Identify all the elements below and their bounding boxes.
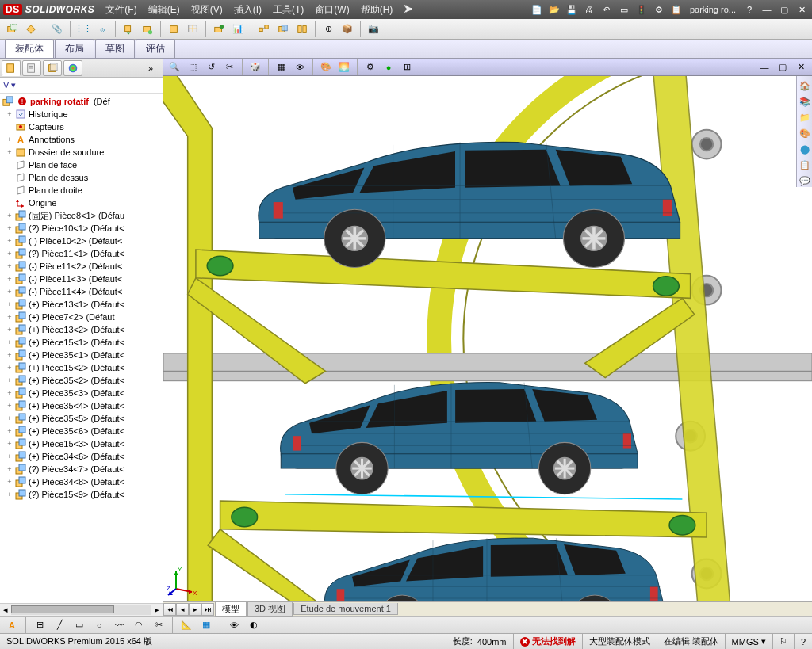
exploded-view-icon[interactable] [255, 21, 273, 38]
status-flag-icon[interactable]: ⚐ [773, 634, 795, 649]
interference-icon[interactable] [274, 21, 292, 38]
rebuild-icon[interactable]: 🚦 [634, 2, 649, 17]
design-lib-icon[interactable]: 📚 [799, 95, 811, 108]
mate-icon[interactable] [22, 21, 40, 38]
save-icon[interactable]: 💾 [565, 2, 579, 17]
help-icon[interactable]: ? [742, 2, 756, 17]
clip-icon[interactable]: 📎 [48, 21, 66, 38]
clearance-icon[interactable] [293, 21, 311, 38]
expander-icon[interactable]: + [5, 262, 14, 270]
expander-icon[interactable]: + [5, 452, 14, 460]
tree-item[interactable]: +(?) Pièce34<7> (Défaut< [0, 463, 163, 475]
tree-item[interactable]: +(+) Pièce7<2> (Défaut [0, 311, 163, 323]
snap-icon[interactable]: ⊞ [31, 617, 48, 634]
unit-system-icon[interactable]: 📐 [178, 617, 195, 634]
tree-root[interactable]: ! parking rotatif (Déf [0, 95, 163, 108]
edit-appearance-icon[interactable]: 🎨 [318, 60, 334, 74]
expander-icon[interactable]: + [5, 300, 14, 308]
tree-item[interactable]: +(固定) Pièce8<1> (Défau [0, 209, 163, 222]
tab-layout[interactable]: 布局 [55, 39, 94, 58]
collapse-arrow-icon[interactable]: » [148, 63, 161, 73]
menu-window[interactable]: 窗口(W) [310, 2, 354, 18]
hole-align-icon[interactable]: ⊕ [320, 21, 337, 38]
new-motion-icon[interactable] [210, 21, 228, 38]
tree-item[interactable]: +AAnnotations [0, 133, 163, 146]
new-icon[interactable]: 📄 [530, 2, 544, 17]
prev-view-icon[interactable]: ↺ [203, 60, 219, 74]
model-canvas[interactable]: Y X Z 🏠 📚 📁 🎨 ⬤ 📋 💬 [163, 76, 812, 601]
transparency-icon[interactable]: ◐ [245, 617, 262, 634]
expander-icon[interactable]: + [5, 136, 14, 143]
tree-item[interactable]: +(?) Pièce11<1> (Défaut< [0, 247, 163, 260]
spline-icon[interactable]: 〰 [110, 617, 128, 634]
expander-icon[interactable]: + [5, 313, 14, 321]
bulk-icon[interactable]: 📦 [339, 21, 356, 38]
tree-item[interactable]: +(+) Pièce34<8> (Défaut< [0, 475, 163, 488]
unhide-icon[interactable]: 👁 [225, 617, 243, 634]
expander-icon[interactable]: + [5, 275, 14, 283]
trim-icon[interactable]: ✂ [150, 617, 167, 634]
config-tab-icon[interactable] [43, 60, 62, 76]
tab-3d-view[interactable]: 3D 视图 [247, 602, 293, 617]
section-view-icon[interactable]: ✂ [221, 60, 237, 74]
render-icon[interactable]: ● [381, 60, 396, 74]
tree-item[interactable]: Capteurs [0, 120, 163, 133]
line-icon[interactable]: ╱ [51, 617, 68, 634]
select-icon[interactable]: ▭ [617, 2, 631, 17]
tree-item[interactable]: +(+) Pièce35<3> (Défaut< [0, 387, 163, 399]
file-explorer-icon[interactable]: 📁 [799, 111, 811, 124]
status-error[interactable]: ✖无法找到解 [514, 634, 583, 649]
expander-icon[interactable]: + [5, 237, 14, 245]
expander-icon[interactable]: + [5, 427, 14, 435]
tree-item[interactable]: +(+) Pièce34<6> (Défaut< [0, 450, 163, 463]
expander-icon[interactable]: + [5, 110, 14, 118]
feature-tree[interactable]: ! parking rotatif (Déf +HistoriqueCapteu… [0, 94, 163, 603]
tree-item[interactable]: +(+) Pièce35<5> (Défaut< [0, 412, 163, 425]
expander-icon[interactable]: + [5, 351, 14, 359]
reference-geom-icon[interactable] [184, 21, 201, 38]
move-component-icon[interactable] [120, 21, 137, 38]
tree-item[interactable]: +(+) Pièce13<1> (Défaut< [0, 298, 163, 311]
custom-props-icon[interactable]: 📋 [799, 158, 811, 171]
orientation-triad[interactable]: Y X Z [167, 567, 198, 598]
tree-item[interactable]: +(?) Pièce15<9> (Défaut< [0, 488, 163, 501]
tree-item[interactable]: +(-) Pièce10<2> (Défaut< [0, 235, 163, 247]
menu-help[interactable]: 帮助(H) [356, 2, 398, 18]
menu-file[interactable]: 文件(F) [101, 2, 141, 18]
view-settings-icon[interactable]: ⚙ [362, 60, 378, 74]
home-icon[interactable]: 🏠 [799, 79, 811, 92]
insert-component-icon[interactable] [3, 21, 21, 38]
options-icon[interactable]: ⚙ [652, 2, 666, 17]
smart-fastener-icon[interactable]: ⟐ [94, 21, 111, 38]
feature-tree-tab-icon[interactable] [2, 60, 21, 76]
expander-icon[interactable]: + [5, 338, 14, 346]
tree-item[interactable]: +(-) Pièce11<3> (Défaut< [0, 273, 163, 285]
tree-item[interactable]: +(+) Pièce15<1> (Défaut< [0, 336, 163, 349]
doc-icon[interactable]: 📋 [669, 2, 684, 17]
tree-item[interactable]: +Dossier de soudure [0, 146, 163, 158]
expander-icon[interactable]: + [5, 288, 14, 296]
status-units[interactable]: MMGS ▾ [726, 634, 773, 649]
property-tab-icon[interactable] [22, 60, 41, 76]
tab-model[interactable]: 模型 [215, 602, 247, 617]
tab-evaluate[interactable]: 评估 [136, 39, 175, 58]
expander-icon[interactable]: + [5, 148, 14, 156]
expander-icon[interactable]: + [5, 376, 14, 384]
corner-rect-icon[interactable]: ▭ [71, 617, 88, 634]
tab-nav[interactable]: ⏮◂▸⏭ [163, 603, 214, 616]
annotation-icon[interactable]: A [3, 617, 21, 634]
expander-icon[interactable]: + [5, 212, 14, 220]
appearance-tab-icon[interactable] [63, 60, 82, 76]
view-orient-icon[interactable]: 🎲 [247, 60, 263, 74]
expander-icon[interactable]: + [5, 440, 14, 448]
apply-scene-icon[interactable]: 🌅 [336, 60, 352, 74]
expander-icon[interactable]: + [5, 465, 14, 473]
expander-icon[interactable]: + [5, 402, 14, 410]
menu-edit[interactable]: 编辑(E) [144, 2, 185, 18]
menu-view[interactable]: 视图(V) [186, 2, 228, 18]
close-icon[interactable]: ✕ [795, 2, 809, 17]
expander-icon[interactable]: + [5, 414, 14, 422]
tree-item[interactable]: +(+) Pièce15<2> (Défaut< [0, 361, 163, 374]
doc-min-icon[interactable]: — [756, 60, 772, 74]
tree-item[interactable]: +(-) Pièce11<2> (Défaut< [0, 260, 163, 273]
